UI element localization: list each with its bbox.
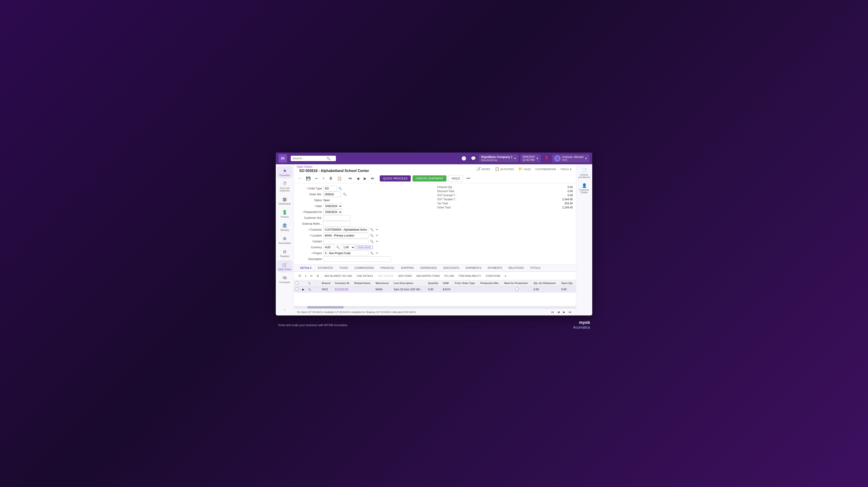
project-input[interactable] xyxy=(323,251,368,256)
contact-lookup[interactable]: 🔍 xyxy=(369,239,374,243)
date-selector[interactable]: 5/06/2024 12:42 PM ▼ xyxy=(520,154,541,163)
description-input[interactable] xyxy=(323,256,391,262)
date-select[interactable]: 5/06/2024 xyxy=(323,203,342,209)
delete-button[interactable]: 🗑 xyxy=(328,175,334,181)
order-type-input[interactable] xyxy=(323,186,337,191)
history-button[interactable]: 🕐 xyxy=(460,154,468,162)
order-nbr-input[interactable] xyxy=(323,192,341,197)
search-input[interactable] xyxy=(292,156,327,160)
horizontal-scrollbar[interactable] xyxy=(294,306,576,309)
user-selector[interactable]: 👤 Andrews, Michael WD2 ▼ xyxy=(552,154,590,163)
create-shipment-button[interactable]: CREATE SHIPMENT xyxy=(412,175,447,181)
add-button[interactable]: + xyxy=(321,175,326,181)
currency-lookup[interactable]: 🔍 xyxy=(336,245,340,249)
inventory-id-link[interactable]: ELE32LED xyxy=(335,288,348,291)
add-matrix-button[interactable]: ADD MATRIX ITEMS xyxy=(414,274,442,278)
sidebar-item-banking[interactable]: 🏦 Banking xyxy=(277,221,293,233)
delete-line-button[interactable]: ✕ xyxy=(315,274,320,278)
row-checkbox[interactable] xyxy=(296,288,299,291)
prev-button[interactable]: ◀ xyxy=(355,175,361,181)
tab-estimates[interactable]: ESTIMATES xyxy=(315,264,336,272)
sidebar-item-time-expenses[interactable]: ⏱ Time and Expenses xyxy=(277,179,293,194)
page-prev-button[interactable]: ◀ xyxy=(556,310,561,315)
tab-financial[interactable]: FINANCIAL xyxy=(377,264,398,272)
quick-process-button[interactable]: QUICK PROCESS xyxy=(380,175,410,181)
sidebar-item-finance[interactable]: 💲 Finance xyxy=(277,208,293,220)
last-button[interactable]: ⏭ xyxy=(370,175,376,181)
contact-edit[interactable]: ✏ xyxy=(375,239,379,243)
notes-button[interactable]: 📝 NOTES xyxy=(475,166,492,172)
customer-edit[interactable]: ✏ xyxy=(375,228,379,231)
company-selector[interactable]: RapidByte Company 1 Manufacturing ▼ xyxy=(479,154,519,162)
copy-button[interactable]: 📋 xyxy=(336,175,343,181)
requested-on-select[interactable]: 5/06/2024 xyxy=(323,209,342,215)
tab-totals[interactable]: TOTALS xyxy=(527,264,544,272)
currency-rate-select[interactable]: 1.00 xyxy=(341,245,355,250)
item-availability-button[interactable]: ITEM AVAILABILITY xyxy=(457,274,483,278)
mark-production-checkbox[interactable] xyxy=(516,288,519,291)
more-button[interactable]: ••• xyxy=(465,175,471,181)
search-button[interactable]: 🔍 xyxy=(327,156,330,160)
tab-shipments[interactable]: SHIPMENTS xyxy=(462,264,485,272)
customisation-button[interactable]: CUSTOMISATION xyxy=(534,166,557,172)
external-refer-input[interactable] xyxy=(323,221,350,227)
line-details-button[interactable]: LINE DETAILS xyxy=(355,274,375,278)
sidebar-item-purchases[interactable]: 🛍 Purchases xyxy=(277,274,293,285)
breadcrumb[interactable]: Sales Orders xyxy=(297,165,372,168)
back-button[interactable]: ← xyxy=(297,175,303,181)
more-lines-button[interactable]: » xyxy=(503,274,508,278)
page-last-button[interactable]: ⏭ xyxy=(567,310,573,315)
save-button[interactable]: 💾 xyxy=(305,175,312,181)
location-edit[interactable]: ✏ xyxy=(375,233,379,237)
sidebar-item-favourites[interactable]: ★ Favourites xyxy=(277,166,293,178)
page-next-button[interactable]: ▶ xyxy=(562,310,566,315)
configure-button[interactable]: CONFIGURE xyxy=(484,274,502,278)
customer-lookup[interactable]: 🔍 xyxy=(369,228,374,231)
right-panel-customer[interactable]: 👤 Customer Details xyxy=(577,181,592,196)
sidebar-item-dashboards[interactable]: ▦ Dashboards xyxy=(277,195,293,207)
order-type-lookup[interactable]: 🔍 xyxy=(338,187,343,190)
customer-ord-input[interactable] xyxy=(323,215,350,221)
po-link-button[interactable]: PO LINK xyxy=(442,274,456,278)
location-lookup[interactable]: 🔍 xyxy=(369,233,374,237)
files-button[interactable]: 📁 FILES xyxy=(517,166,532,172)
next-button[interactable]: ▶ xyxy=(362,175,368,181)
page-first-button[interactable]: ⏮ xyxy=(550,310,555,315)
right-panel-invoices[interactable]: 📄 Invoices and Memos xyxy=(577,166,592,180)
tab-addresses[interactable]: ADDRESSES xyxy=(417,264,440,272)
customer-input[interactable] xyxy=(323,227,368,232)
sidebar-item-payables[interactable]: ⊖ Payables xyxy=(277,247,293,259)
chat-button[interactable]: 💬 xyxy=(469,154,477,162)
tools-button[interactable]: TOOLS ▼ xyxy=(559,166,573,172)
add-line-button[interactable]: + xyxy=(303,274,308,278)
app-logo[interactable]: m xyxy=(278,154,287,163)
scrollbar-thumb[interactable] xyxy=(307,306,344,309)
view-base-button[interactable]: VIEW BASE xyxy=(356,246,373,249)
first-button[interactable]: ⏮ xyxy=(347,175,353,181)
tab-taxes[interactable]: TAXES xyxy=(336,264,351,272)
tab-commissions[interactable]: COMMISSIONS xyxy=(351,264,377,272)
add-items-button[interactable]: ADD ITEMS xyxy=(397,274,414,278)
tab-relations[interactable]: RELATIONS xyxy=(505,264,527,272)
hold-button[interactable]: HOLD xyxy=(448,175,463,182)
activities-button[interactable]: 📋 ACTIVITIES xyxy=(493,166,515,172)
tab-payments[interactable]: PAYMENTS xyxy=(485,264,505,272)
table-row[interactable]: ▶ 📎 📄 DIV2 ELE32LED MAIN Sam 32-Inch LED… xyxy=(294,286,576,292)
tab-shipping[interactable]: SHIPPING xyxy=(398,264,417,272)
currency-input[interactable] xyxy=(323,245,335,250)
tab-details[interactable]: DETAILS xyxy=(297,264,315,272)
location-input[interactable] xyxy=(323,233,368,238)
refresh-lines-button[interactable]: ↺ xyxy=(297,274,303,278)
project-lookup[interactable]: 🔍 xyxy=(369,251,374,255)
project-edit[interactable]: ✏ xyxy=(375,251,379,255)
select-all-checkbox[interactable] xyxy=(296,282,299,284)
edit-line-button[interactable]: ✏ xyxy=(309,274,314,278)
add-blanket-button[interactable]: ADD BLANKET SO LINE xyxy=(322,274,354,278)
order-nbr-lookup[interactable]: 🔍 xyxy=(342,192,347,196)
contact-input[interactable] xyxy=(323,239,368,244)
add-invoice-button[interactable]: ADD INVOICE xyxy=(376,274,396,278)
help-button[interactable]: ❓ xyxy=(542,154,550,162)
sidebar-item-receivables[interactable]: ⊕ Receivables xyxy=(277,234,293,246)
sidebar-expand[interactable]: › xyxy=(282,305,287,314)
undo-button[interactable]: ↩ xyxy=(314,175,319,181)
